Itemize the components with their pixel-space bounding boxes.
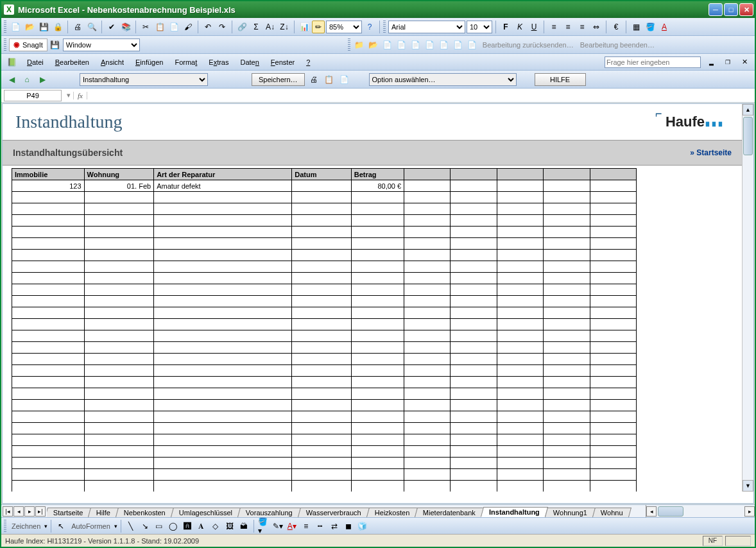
- table-cell[interactable]: [351, 423, 404, 434]
- draw-label[interactable]: Zeichnen: [9, 522, 43, 530]
- table-cell[interactable]: [451, 261, 497, 273]
- shadow-icon[interactable]: ◼: [342, 520, 355, 533]
- table-cell[interactable]: [292, 273, 351, 284]
- table-cell[interactable]: [154, 481, 292, 492]
- table-cell[interactable]: [351, 400, 404, 411]
- table-cell[interactable]: [404, 250, 451, 261]
- table-cell[interactable]: [497, 192, 543, 203]
- table-cell[interactable]: [590, 192, 636, 203]
- table-cell[interactable]: [12, 296, 85, 307]
- table-cell[interactable]: [590, 469, 636, 481]
- table-cell[interactable]: [154, 342, 292, 354]
- table-cell[interactable]: [292, 342, 351, 354]
- table-cell[interactable]: [84, 273, 154, 284]
- table-cell[interactable]: [497, 273, 543, 284]
- table-cell[interactable]: [351, 215, 404, 227]
- table-cell[interactable]: [12, 250, 85, 261]
- table-cell[interactable]: [451, 284, 497, 296]
- folder-new-icon[interactable]: 📁: [353, 39, 366, 51]
- table-cell[interactable]: [154, 238, 292, 250]
- table-cell[interactable]: [154, 423, 292, 434]
- italic-icon[interactable]: K: [513, 21, 526, 33]
- table-cell[interactable]: [12, 481, 85, 492]
- menu-datei[interactable]: Datei: [22, 57, 49, 67]
- arrow-icon[interactable]: ↘: [139, 520, 151, 533]
- table-cell[interactable]: [154, 215, 292, 227]
- table-cell[interactable]: [404, 423, 451, 434]
- table-cell[interactable]: [292, 203, 351, 215]
- table-cell[interactable]: [84, 423, 154, 434]
- sheet-tab[interactable]: Instandhaltung: [481, 507, 548, 517]
- table-cell[interactable]: [351, 481, 404, 492]
- table-cell[interactable]: [451, 354, 497, 365]
- table-cell[interactable]: [404, 411, 451, 423]
- table-cell[interactable]: [12, 400, 85, 411]
- table-cell[interactable]: [590, 481, 636, 492]
- table-cell[interactable]: [292, 180, 351, 192]
- table-cell[interactable]: [497, 227, 543, 238]
- toolbar-grip[interactable]: [4, 520, 6, 533]
- table-cell[interactable]: [497, 296, 543, 307]
- select-objects-icon[interactable]: ↖: [55, 520, 67, 533]
- table-cell[interactable]: [154, 273, 292, 284]
- table-cell[interactable]: [84, 388, 154, 400]
- tab-next-icon[interactable]: ▸: [24, 506, 35, 517]
- table-cell[interactable]: [292, 250, 351, 261]
- table-cell[interactable]: [404, 307, 451, 319]
- nav-back-icon[interactable]: ◀: [5, 73, 18, 86]
- table-cell[interactable]: [292, 261, 351, 273]
- print-small-icon[interactable]: 🖨: [307, 73, 320, 86]
- horizontal-scrollbar[interactable]: ◂ ▸: [646, 505, 755, 517]
- table-cell[interactable]: [404, 192, 451, 203]
- table-cell[interactable]: [154, 192, 292, 203]
- table-cell[interactable]: [292, 365, 351, 377]
- table-cell[interactable]: [154, 354, 292, 365]
- dash-style-icon[interactable]: ┅: [314, 520, 327, 533]
- table-cell[interactable]: [544, 250, 590, 261]
- 3d-icon[interactable]: 🧊: [356, 520, 369, 533]
- table-row[interactable]: [12, 342, 637, 354]
- table-cell[interactable]: [12, 227, 85, 238]
- menu-help[interactable]: ?: [301, 57, 315, 67]
- table-cell[interactable]: [404, 215, 451, 227]
- spellcheck-icon[interactable]: ✔: [105, 21, 118, 33]
- tab-first-icon[interactable]: |◂: [3, 506, 13, 517]
- table-row[interactable]: [12, 400, 637, 411]
- table-cell[interactable]: [12, 388, 85, 400]
- new-icon[interactable]: 📄: [9, 21, 22, 33]
- underline-icon[interactable]: U: [528, 21, 540, 33]
- table-row[interactable]: [12, 319, 637, 330]
- table-cell[interactable]: [451, 192, 497, 203]
- table-cell[interactable]: [84, 458, 154, 469]
- table-cell[interactable]: [544, 354, 590, 365]
- table-cell[interactable]: [544, 273, 590, 284]
- table-cell[interactable]: [84, 434, 154, 446]
- table-cell[interactable]: [497, 411, 543, 423]
- table-row[interactable]: [12, 192, 637, 203]
- table-cell[interactable]: [154, 365, 292, 377]
- table-cell[interactable]: [404, 365, 451, 377]
- table-cell[interactable]: [497, 342, 543, 354]
- table-cell[interactable]: [154, 411, 292, 423]
- table-row[interactable]: [12, 273, 637, 284]
- currency-icon[interactable]: €: [610, 21, 623, 33]
- table-cell[interactable]: [497, 481, 543, 492]
- table-cell[interactable]: [292, 354, 351, 365]
- toolbar-grip[interactable]: [4, 21, 6, 33]
- sheet-tab[interactable]: Mieterdatenbank: [415, 508, 484, 517]
- table-cell[interactable]: [590, 446, 636, 458]
- table-cell[interactable]: [351, 388, 404, 400]
- table-cell[interactable]: [590, 238, 636, 250]
- arrow-style-icon[interactable]: ⇄: [328, 520, 341, 533]
- table-cell[interactable]: [404, 180, 451, 192]
- table-cell[interactable]: [154, 203, 292, 215]
- fx-icon[interactable]: fx: [73, 92, 87, 99]
- table-cell[interactable]: [451, 180, 497, 192]
- table-row[interactable]: [12, 458, 637, 469]
- table-cell[interactable]: [292, 388, 351, 400]
- table-cell[interactable]: [84, 400, 154, 411]
- table-cell[interactable]: [404, 273, 451, 284]
- table-cell[interactable]: [451, 238, 497, 250]
- review-end-label[interactable]: Bearbeitung beenden…: [578, 41, 657, 49]
- table-cell[interactable]: [351, 284, 404, 296]
